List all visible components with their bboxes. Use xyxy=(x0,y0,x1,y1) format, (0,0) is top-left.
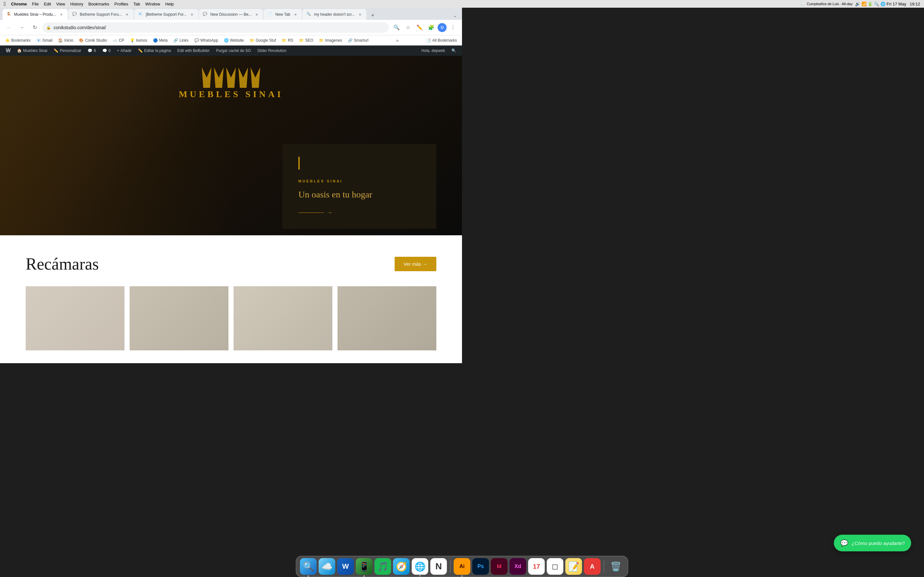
bookmark-icon[interactable]: ☆ xyxy=(403,23,413,33)
wp-admin-right: Hola, depweb 🔍 xyxy=(418,45,459,56)
bookmark-label-smarturl: Smarturl xyxy=(354,38,368,43)
tab-close-6[interactable]: ✕ xyxy=(357,12,363,17)
seo-folder-icon: 📁 xyxy=(299,38,304,43)
bookmark-label-google: Google Stuf xyxy=(256,38,276,43)
wp-edit-page[interactable]: ✏️ Editar la página xyxy=(135,45,174,56)
menu-view[interactable]: View xyxy=(56,2,65,6)
menu-help[interactable]: Help xyxy=(165,2,174,6)
tab-header[interactable]: 🔍 my header doesn't scr... ✕ xyxy=(302,9,367,20)
wp-add[interactable]: + Añadir xyxy=(114,45,135,56)
address-bar[interactable]: 🔒 conikstudio.com/dev/sinai/ xyxy=(42,23,389,33)
lock-icon: 🔒 xyxy=(46,25,51,30)
apple-menu[interactable]:  xyxy=(4,1,6,7)
menu-profiles[interactable]: Profiles xyxy=(115,2,128,6)
bookmarks-overflow-button[interactable]: » xyxy=(393,37,401,44)
menu-file[interactable]: File xyxy=(32,2,39,6)
product-card-4[interactable] xyxy=(338,286,436,350)
product-card-inner-2 xyxy=(129,286,228,350)
tab-betheme1[interactable]: 💬 Betheme Support Foru... ✕ xyxy=(68,9,134,20)
product-card-1[interactable] xyxy=(26,286,124,350)
macos-menubar:  Chrome File Edit View History Bookmark… xyxy=(0,0,462,8)
bookmark-all[interactable]: 📑 All Bookmarks xyxy=(423,37,459,44)
menu-history[interactable]: History xyxy=(70,2,83,6)
tab-title-5: New Tab xyxy=(275,12,290,17)
smarturl-icon: 🔗 xyxy=(348,38,352,43)
menu-tab[interactable]: Tab xyxy=(134,2,140,6)
wp-pending[interactable]: 🗨️ 0 xyxy=(99,45,114,56)
wp-slider[interactable]: Slider Revolution xyxy=(254,45,290,56)
bookmark-imagenes[interactable]: 📁 Imagenes xyxy=(317,37,344,44)
bookmark-gmail[interactable]: 📧 Gmail xyxy=(34,37,55,44)
product-card-inner-1 xyxy=(26,286,124,350)
tab-muebles-sinai[interactable]: 🪑 Muebles Sinai – Produ... ✕ xyxy=(3,9,68,20)
rs-folder-icon: 📁 xyxy=(282,38,286,43)
bookmark-seo[interactable]: 📁 SEO xyxy=(296,37,316,44)
bookmark-label-conik: Conik Studio xyxy=(85,38,107,43)
page-content: MUEBLES SINAI MUEBLES SINAI Un oasis en … xyxy=(0,56,462,363)
tab-new-discussion[interactable]: 💬 New Discussion — Be... ✕ xyxy=(199,9,263,20)
product-card-3[interactable] xyxy=(234,286,333,350)
bookmark-ilumos[interactable]: 💡 ilumos xyxy=(128,37,150,44)
reload-button[interactable]: ↻ xyxy=(29,23,40,33)
bookmark-google-stuf[interactable]: 📁 Google Stuf xyxy=(247,37,278,44)
tab-close-2[interactable]: ✕ xyxy=(124,12,129,17)
wp-add-label: Añadir xyxy=(121,48,132,53)
wp-pending-label: 0 xyxy=(108,48,111,53)
bookmark-meta[interactable]: 🔵 Meta xyxy=(150,37,170,44)
products-row xyxy=(26,286,436,350)
meta-icon: 🔵 xyxy=(153,38,158,43)
new-tab-button[interactable]: + xyxy=(368,11,377,20)
menu-window[interactable]: Window xyxy=(145,2,160,6)
wp-logo-item[interactable]: W xyxy=(3,45,14,56)
tab-close-1[interactable]: ✕ xyxy=(59,12,64,17)
hero-arrow[interactable]: → xyxy=(298,210,420,216)
bookmark-bookmarks[interactable]: ⭐ Bookmarks xyxy=(3,37,33,44)
product-card-2[interactable] xyxy=(129,286,228,350)
bookmark-inicio[interactable]: 🏠 Inicio xyxy=(55,37,76,44)
app-name[interactable]: Chrome xyxy=(11,2,27,6)
wp-search-icon[interactable]: 🔍 xyxy=(448,48,459,53)
tab-favicon-2: 💬 xyxy=(72,12,78,17)
bookmark-cp[interactable]: ☁️ CP xyxy=(110,37,127,44)
menu-bookmarks[interactable]: Bookmarks xyxy=(88,2,109,6)
edit-icon[interactable]: ✏️ xyxy=(415,23,425,33)
bookmark-website[interactable]: 🌐 Website xyxy=(221,37,246,44)
forward-button[interactable]: → xyxy=(17,23,27,33)
tab-close-5[interactable]: ✕ xyxy=(293,12,298,17)
profile-avatar[interactable]: U xyxy=(438,23,447,32)
back-button[interactable]: ← xyxy=(4,23,14,33)
bookmark-label-inicio: Inicio xyxy=(64,38,73,43)
tab-close-3[interactable]: ✕ xyxy=(189,12,194,17)
bookmark-label-rs: RS xyxy=(288,38,293,43)
conik-icon: 🎨 xyxy=(79,38,84,43)
bookmark-whatsapp[interactable]: 💬 WhatsApp xyxy=(192,37,221,44)
wp-customize[interactable]: ✏️ Personalizar xyxy=(50,45,84,56)
hero-title: Un oasis en tu hogar xyxy=(298,189,420,200)
wp-bebuilder[interactable]: Edit with BeBuilder xyxy=(174,45,213,56)
bookmark-smarturl[interactable]: 🔗 Smarturl xyxy=(345,37,371,44)
wp-purge-cache[interactable]: Purgar caché de SG xyxy=(213,45,254,56)
wp-site-name[interactable]: 🏠 Muebles Sinai xyxy=(14,45,50,56)
wp-bebuilder-label: Edit with BeBuilder xyxy=(178,48,210,53)
chrome-toolbar: ← → ↻ 🔒 conikstudio.com/dev/sinai/ 🔍 ☆ ✏… xyxy=(0,20,462,35)
menu-edit[interactable]: Edit xyxy=(44,2,51,6)
star-icon: ⭐ xyxy=(5,38,10,43)
bookmark-links[interactable]: 🔗 Links xyxy=(171,37,191,44)
tab-overflow-button[interactable]: ⌄ xyxy=(451,11,459,20)
extension-icon[interactable]: 🧩 xyxy=(426,23,436,33)
tab-betheme2[interactable]: 📧 [Betheme Support For... ✕ xyxy=(134,9,198,20)
tab-new-tab[interactable]: 📄 New Tab ✕ xyxy=(264,9,302,20)
wp-add-icon: + xyxy=(117,48,120,53)
bookmark-label-meta: Meta xyxy=(159,38,168,43)
bookmark-conik[interactable]: 🎨 Conik Studio xyxy=(76,37,110,44)
bookmark-label-ilumos: ilumos xyxy=(136,38,147,43)
wp-user-greeting[interactable]: Hola, depweb xyxy=(418,45,448,56)
links-icon: 🔗 xyxy=(173,38,178,43)
menu-icon[interactable]: ⋮ xyxy=(448,23,458,33)
logo-image: MUEBLES SINAI xyxy=(179,62,283,99)
search-icon[interactable]: 🔍 xyxy=(391,23,402,33)
wp-comments[interactable]: 💬 8 xyxy=(84,45,99,56)
bookmark-rs[interactable]: 📁 RS xyxy=(279,37,296,44)
ver-mas-button[interactable]: Ver más → xyxy=(395,257,436,271)
tab-close-4[interactable]: ✕ xyxy=(254,12,259,17)
